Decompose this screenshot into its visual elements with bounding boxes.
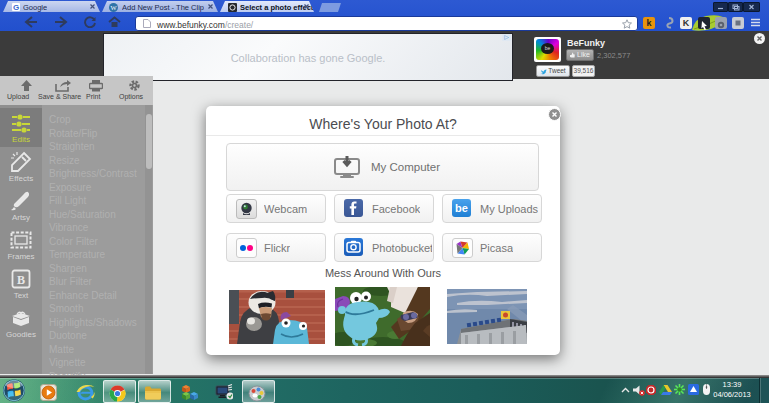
svg-text:W: W bbox=[110, 4, 117, 11]
svg-text:be: be bbox=[455, 202, 468, 214]
svg-text:G: G bbox=[13, 3, 19, 11]
svg-text:B: B bbox=[17, 273, 25, 287]
